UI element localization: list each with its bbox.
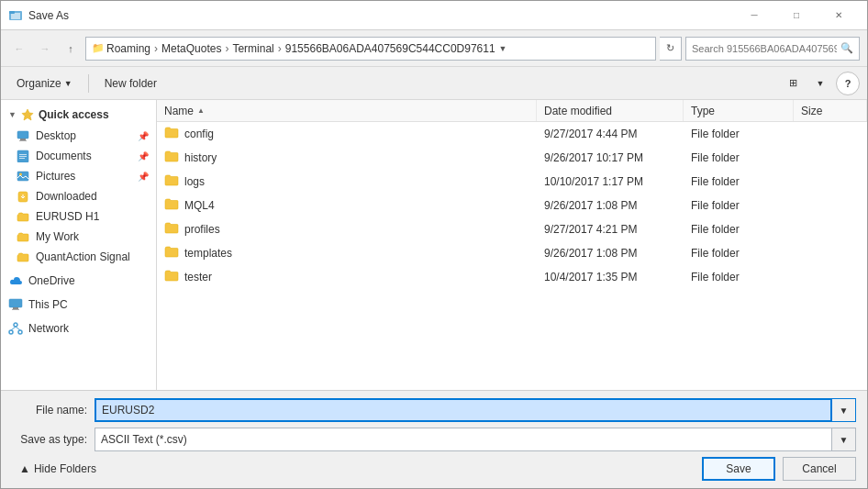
thispc-group: This PC: [1, 295, 156, 315]
column-header-type[interactable]: Type: [684, 100, 794, 121]
maximize-button[interactable]: □: [775, 1, 818, 30]
filename-label: File name:: [12, 404, 95, 417]
path-roaming: Roaming: [106, 42, 150, 55]
back-button[interactable]: ←: [8, 38, 30, 60]
sort-arrow-name: ▲: [197, 106, 205, 115]
savetype-value: ASCII Text (*.csv): [101, 433, 187, 446]
sidebar-item-network[interactable]: Network: [1, 318, 156, 339]
save-as-dialog: Save As ─ □ ✕ ← → ↑ 📁 Roaming › MetaQuot…: [0, 0, 868, 489]
file-name: history: [184, 151, 217, 164]
window-controls: ─ □ ✕: [733, 1, 860, 30]
file-cell-date: 9/27/2017 4:44 PM: [537, 122, 684, 145]
new-folder-label: New folder: [105, 77, 157, 90]
quantaction-label: QuantAction Signal: [36, 250, 130, 263]
file-cell-type: File folder: [684, 122, 794, 145]
actions-row: ▲ Hide Folders Save Cancel: [12, 457, 856, 481]
sidebar-item-desktop[interactable]: Desktop 📌: [1, 126, 156, 146]
file-cell-size: [794, 241, 867, 264]
sidebar-item-quantaction[interactable]: QuantAction Signal: [1, 247, 156, 267]
downloaded-icon: [16, 189, 30, 204]
sidebar-item-thispc[interactable]: This PC: [1, 295, 156, 315]
sidebar-item-documents[interactable]: Documents 📌: [1, 146, 156, 166]
file-item[interactable]: tester 10/4/2017 1:35 PM File folder: [157, 265, 867, 289]
file-name: MQL4: [184, 199, 215, 212]
file-list: Name ▲ Date modified Type Size: [157, 100, 867, 390]
close-button[interactable]: ✕: [818, 1, 860, 30]
file-cell-size: [794, 217, 867, 240]
address-bar: ← → ↑ 📁 Roaming › MetaQuotes › Terminal …: [1, 30, 867, 67]
hide-folders-button[interactable]: ▲ Hide Folders: [12, 457, 104, 481]
path-icon: 📁: [92, 42, 105, 54]
search-box: 🔍: [685, 37, 860, 61]
file-item[interactable]: MQL4 9/26/2017 1:08 PM File folder: [157, 194, 867, 217]
file-item[interactable]: templates 9/26/2017 1:08 PM File folder: [157, 241, 867, 265]
save-button[interactable]: Save: [702, 457, 775, 481]
network-label: Network: [28, 322, 69, 335]
address-path[interactable]: 📁 Roaming › MetaQuotes › Terminal › 9155…: [85, 37, 656, 61]
svg-rect-8: [19, 154, 27, 155]
svg-rect-13: [9, 299, 22, 307]
search-icon: 🔍: [840, 42, 853, 54]
toolbar: Organize ▼ New folder ⊞ ▼ ?: [1, 67, 867, 100]
file-cell-date: 10/4/2017 1:35 PM: [537, 265, 684, 288]
downloaded-label: Downloaded: [36, 190, 97, 203]
savetype-select[interactable]: ASCII Text (*.csv): [95, 428, 832, 451]
path-hash: 915566BA06ADA407569C544CC0D97611: [285, 42, 495, 55]
file-item[interactable]: history 9/26/2017 10:17 PM File folder: [157, 146, 867, 170]
savetype-label: Save as type:: [12, 433, 95, 446]
svg-point-17: [9, 330, 13, 334]
file-cell-date: 10/10/2017 1:17 PM: [537, 170, 684, 193]
help-button[interactable]: ?: [836, 72, 860, 95]
sidebar-item-downloaded[interactable]: Downloaded: [1, 186, 156, 206]
svg-rect-2: [9, 11, 15, 14]
savetype-dropdown[interactable]: ▼: [832, 428, 856, 451]
col-type-label: Type: [691, 105, 715, 117]
mywork-label: My Work: [36, 230, 79, 243]
column-header-size[interactable]: Size: [794, 100, 867, 121]
savetype-row: Save as type: ASCII Text (*.csv) ▼: [12, 428, 856, 451]
path-dropdown-arrow[interactable]: ▼: [499, 44, 507, 53]
refresh-button[interactable]: ↻: [660, 37, 682, 61]
sidebar-item-onedrive[interactable]: OneDrive: [1, 271, 156, 291]
cancel-button[interactable]: Cancel: [783, 457, 856, 481]
eurusd-folder-icon: [16, 209, 30, 224]
svg-rect-1: [11, 13, 20, 19]
minimize-button[interactable]: ─: [733, 1, 775, 30]
file-name: logs: [184, 175, 205, 188]
filename-dropdown[interactable]: ▼: [832, 398, 856, 422]
new-folder-button[interactable]: New folder: [96, 72, 165, 95]
file-list-header: Name ▲ Date modified Type Size: [157, 100, 867, 122]
quick-access-icon: [20, 107, 35, 122]
folder-icon: [164, 126, 179, 141]
desktop-icon: [16, 128, 30, 143]
search-input[interactable]: [692, 43, 837, 54]
quick-access-chevron: ▼: [8, 110, 17, 119]
up-button[interactable]: ↑: [60, 38, 82, 60]
sidebar-item-pictures[interactable]: Pictures 📌: [1, 166, 156, 186]
pictures-label: Pictures: [36, 170, 75, 183]
view-dropdown-button[interactable]: ▼: [808, 72, 832, 95]
svg-rect-10: [19, 158, 25, 159]
filename-input[interactable]: [95, 398, 832, 422]
file-cell-size: [794, 170, 867, 193]
forward-button[interactable]: →: [34, 38, 56, 60]
svg-point-16: [14, 323, 17, 327]
file-cell-size: [794, 146, 867, 169]
column-header-name[interactable]: Name ▲: [157, 100, 537, 121]
sidebar-item-eurusd[interactable]: EURUSD H1: [1, 206, 156, 227]
path-terminal: Terminal: [232, 42, 273, 55]
file-cell-date: 9/26/2017 1:08 PM: [537, 241, 684, 264]
documents-icon: [16, 149, 30, 163]
onedrive-group: OneDrive: [1, 271, 156, 291]
file-item[interactable]: config 9/27/2017 4:44 PM File folder: [157, 122, 867, 146]
col-size-label: Size: [801, 105, 822, 117]
view-options-button[interactable]: ⊞: [781, 72, 805, 95]
column-header-date[interactable]: Date modified: [537, 100, 684, 121]
sidebar-item-mywork[interactable]: My Work: [1, 227, 156, 247]
file-item[interactable]: profiles 9/27/2017 4:21 PM File folder: [157, 217, 867, 241]
file-cell-size: [794, 265, 867, 288]
file-item[interactable]: logs 10/10/2017 1:17 PM File folder: [157, 170, 867, 194]
organize-button[interactable]: Organize ▼: [8, 72, 81, 95]
file-cell-type: File folder: [684, 146, 794, 169]
quick-access-header[interactable]: ▼ Quick access: [1, 104, 156, 126]
